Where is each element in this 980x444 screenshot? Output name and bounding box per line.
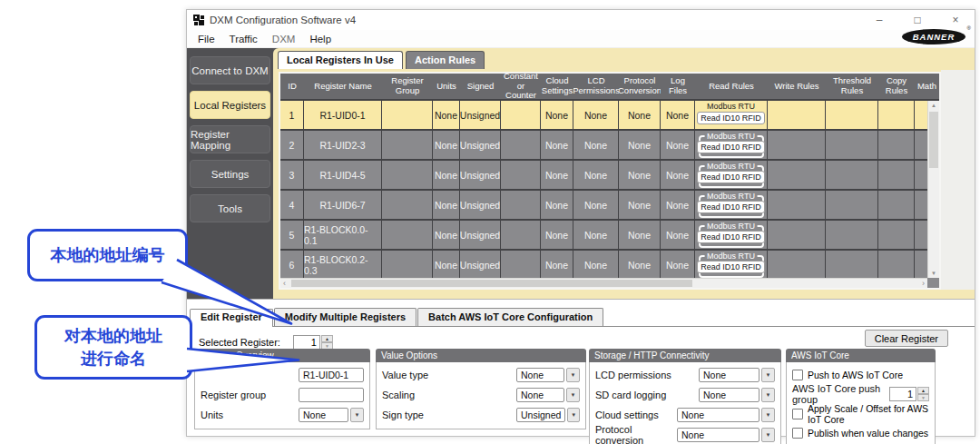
menu-item-dxm[interactable]: DXM — [265, 30, 303, 48]
combo-value[interactable]: None — [677, 428, 760, 442]
combo-cloud-settings[interactable]: None▼ — [677, 408, 775, 422]
combo-value[interactable]: Unsigned — [516, 408, 565, 422]
horizontal-scrollbar[interactable]: ‹ › — [280, 278, 927, 288]
scroll-left-icon[interactable]: ‹ — [283, 279, 286, 288]
sidebar-item-register-mapping[interactable]: Register Mapping — [190, 125, 270, 153]
main-area: Connect to DXMLocal RegistersRegister Ma… — [187, 48, 975, 299]
scroll-right-icon[interactable]: › — [922, 279, 925, 288]
tab-modify-multiple-registers[interactable]: Modify Multiple Registers — [274, 308, 416, 326]
combo-sign-type[interactable]: Unsigned▼ — [516, 408, 580, 422]
cell-protocol-conversion: None — [619, 251, 661, 278]
combo-value[interactable]: None — [699, 368, 760, 382]
vertical-scrollbar[interactable]: ▲ ▼ — [927, 101, 939, 278]
selected-register-value[interactable]: 1 — [293, 335, 320, 350]
header-cell-id: ID — [280, 74, 304, 99]
spinner-aws-iot-core-push-group[interactable]: 1▲▼ — [889, 387, 929, 401]
combo-units[interactable]: None▼ — [299, 408, 364, 422]
read-rule-button[interactable]: Read ID10 RFID — [697, 231, 765, 243]
spin-up-icon[interactable]: ▲ — [917, 387, 929, 394]
spin-down-icon[interactable]: ▼ — [917, 394, 929, 401]
combo-arrow-icon[interactable]: ▼ — [761, 408, 775, 422]
combo-value[interactable]: None — [516, 368, 564, 382]
combo-value-type[interactable]: None▼ — [516, 368, 580, 382]
combo-value[interactable]: None — [299, 408, 348, 422]
cell-lcd-permissions: None — [573, 131, 619, 159]
callout-2-text-line2: 进行命名 — [81, 348, 146, 370]
cell-cloud-settings: None — [541, 131, 573, 159]
cell-lcd-permissions: None — [573, 161, 619, 189]
tab-edit-register[interactable]: Edit Register — [190, 309, 273, 327]
combo-scaling[interactable]: None▼ — [516, 388, 580, 402]
checkbox-push-to-aws-iot-core[interactable]: Push to AWS IoT Core — [792, 367, 929, 382]
combo-arrow-icon[interactable]: ▼ — [761, 428, 775, 442]
field-register-name[interactable]: R1-UID0-1 — [299, 368, 364, 382]
panel-aws-iot-core: AWS IoT CorePush to AWS IoT CoreAWS IoT … — [786, 349, 936, 444]
sidebar-item-settings[interactable]: Settings — [190, 160, 270, 188]
checkbox-box[interactable] — [792, 370, 803, 380]
tab-batch-aws-iot-core-configuration[interactable]: Batch AWS IoT Core Configuration — [417, 308, 603, 326]
cell-cloud-settings: None — [541, 251, 573, 278]
read-rule-button[interactable]: Read ID10 RFID — [697, 261, 765, 273]
table-row[interactable]: 3R1-UID4-5NoneUnsignedNoneNoneNoneNoneMo… — [280, 161, 927, 191]
panel-title: AWS IoT Core — [786, 349, 936, 362]
combo-protocol-conversion[interactable]: None▼ — [677, 428, 775, 442]
table-row[interactable]: 2R1-UID2-3NoneUnsignedNoneNoneNoneNoneMo… — [280, 131, 927, 161]
window-title: DXM Configuration Software v4 — [210, 15, 356, 25]
combo-arrow-icon[interactable]: ▼ — [761, 368, 775, 382]
combo-value[interactable]: None — [677, 408, 760, 422]
checkbox-box[interactable] — [792, 409, 803, 419]
tab-local-registers-in-use[interactable]: Local Registers In Use — [278, 51, 403, 69]
header-cell-read-rules: Read Rules — [695, 74, 768, 99]
menu-item-traffic[interactable]: Traffic — [222, 30, 265, 48]
table-row[interactable]: 6R1-BLOCK0.2-0.3NoneUnsignedNoneNoneNone… — [280, 251, 927, 278]
banner-logo: BANNER ® — [902, 29, 965, 44]
combo-lcd-permissions[interactable]: None▼ — [699, 368, 775, 382]
maximize-button[interactable]: □ — [898, 10, 936, 30]
clear-register-button[interactable]: Clear Register — [865, 330, 948, 347]
combo-arrow-icon[interactable]: ▼ — [350, 408, 364, 422]
cell-id: 5 — [280, 221, 304, 249]
combo-arrow-icon[interactable]: ▼ — [761, 388, 775, 402]
vertical-scroll-thumb[interactable] — [929, 112, 938, 168]
spinner-value[interactable]: 1 — [889, 387, 916, 401]
titlebar: DXM Configuration Software v4 – □ × — [187, 10, 975, 30]
cell-protocol-conversion: None — [619, 131, 661, 159]
table-row[interactable]: 1R1-UID0-1NoneUnsignedNoneNoneNoneNoneMo… — [280, 101, 927, 131]
horizontal-scroll-thumb[interactable] — [291, 280, 692, 287]
combo-sd-card-logging[interactable]: None▼ — [699, 388, 775, 402]
combo-arrow-icon[interactable]: ▼ — [567, 408, 580, 422]
field-label: AWS IoT Core push group — [792, 383, 889, 405]
tab-action-rules[interactable]: Action Rules — [406, 51, 485, 69]
read-rule-group: Modbus RTURead ID10 RFID — [699, 135, 764, 158]
combo-value[interactable]: None — [699, 388, 760, 402]
menu-item-file[interactable]: File — [191, 30, 222, 48]
scroll-up-icon[interactable]: ▲ — [928, 103, 939, 108]
combo-value[interactable]: None — [516, 388, 564, 402]
cell-name: R1-UID4-5 — [304, 161, 382, 189]
combo-arrow-icon[interactable]: ▼ — [566, 388, 580, 402]
cell-lcd-permissions: None — [573, 251, 619, 278]
field-register-group[interactable] — [299, 388, 364, 402]
sidebar-item-local-registers[interactable]: Local Registers — [190, 91, 270, 119]
table-row[interactable]: 5R1-BLOCK0.0-0.1NoneUnsignedNoneNoneNone… — [280, 221, 927, 251]
header-cell-protocol-conversion: Protocol Conversion — [619, 74, 661, 99]
checkbox-apply-scale-offset-for-aws-iot-core[interactable]: Apply Scale / Offset for AWS IoT Core — [792, 406, 929, 421]
combo-arrow-icon[interactable]: ▼ — [566, 368, 580, 382]
cell-name: R1-BLOCK0.0-0.1 — [304, 221, 382, 249]
checkbox-publish-when-value-changes[interactable]: Publish when value changes — [792, 425, 929, 440]
sidebar-item-tools[interactable]: Tools — [190, 194, 270, 222]
read-rule-button[interactable]: Read ID10 RFID — [697, 112, 765, 124]
minimize-button[interactable]: – — [860, 10, 898, 30]
menu-item-help[interactable]: Help — [302, 30, 338, 48]
selected-register-spinner[interactable]: 1 ▲ ▼ — [293, 335, 333, 350]
cell-id: 4 — [280, 191, 304, 219]
spin-up-icon[interactable]: ▲ — [321, 335, 333, 342]
scroll-down-icon[interactable]: ▼ — [928, 271, 939, 276]
read-rule-button[interactable]: Read ID10 RFID — [697, 141, 765, 153]
checkbox-box[interactable] — [792, 428, 803, 439]
header-cell-math: Math — [915, 74, 939, 99]
read-rule-button[interactable]: Read ID10 RFID — [697, 201, 765, 213]
table-row[interactable]: 4R1-UID6-7NoneUnsignedNoneNoneNoneNoneMo… — [280, 191, 927, 221]
sidebar-item-connect-to-dxm[interactable]: Connect to DXM — [190, 56, 270, 84]
read-rule-button[interactable]: Read ID10 RFID — [697, 171, 765, 183]
